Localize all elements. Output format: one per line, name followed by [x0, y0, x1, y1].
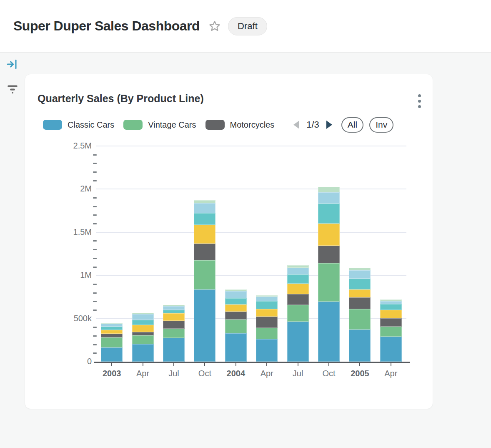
bar-segment[interactable]	[101, 334, 123, 337]
bar-segment[interactable]	[380, 318, 402, 327]
filter-icon	[6, 82, 19, 95]
bar-segment[interactable]	[225, 333, 247, 362]
side-toolbar	[5, 58, 20, 95]
bar-segment[interactable]	[380, 337, 402, 362]
page-title: Super Duper Sales Dashboard	[13, 18, 200, 34]
bar-segment[interactable]	[132, 332, 154, 335]
bar-segment[interactable]	[163, 310, 185, 313]
bar-segment[interactable]	[256, 339, 278, 362]
bar-segment[interactable]	[163, 313, 185, 321]
bar-segment[interactable]	[225, 320, 247, 333]
x-axis-tick	[328, 363, 329, 366]
bar-segment[interactable]	[380, 304, 402, 310]
bar-segment[interactable]	[287, 274, 309, 284]
bar-segment[interactable]	[287, 294, 309, 305]
chart-card: Quarterly Sales (By Product Line) Classi…	[25, 74, 433, 409]
bar-segment[interactable]	[132, 320, 154, 325]
bar-segment[interactable]	[318, 263, 340, 302]
x-axis-tick	[173, 363, 174, 366]
bar-segment[interactable]	[163, 338, 185, 362]
bar-segment[interactable]	[194, 225, 215, 244]
stacked-bar[interactable]	[132, 313, 154, 362]
bar-segment[interactable]	[318, 302, 340, 362]
bar-segment[interactable]	[349, 289, 371, 297]
bar-segment[interactable]	[256, 301, 278, 309]
y-axis-minor-tick	[93, 197, 97, 199]
bar-segment[interactable]	[225, 305, 247, 312]
bar-segment[interactable]	[163, 321, 185, 329]
stacked-bar[interactable]	[225, 289, 247, 362]
bar-segment[interactable]	[287, 322, 309, 362]
x-axis-tick	[266, 363, 267, 366]
stacked-bar[interactable]	[163, 305, 185, 362]
stacked-bar[interactable]	[194, 200, 215, 362]
bar-segment[interactable]	[256, 297, 278, 301]
bar-segment[interactable]	[318, 204, 340, 224]
y-axis-minor-tick	[93, 310, 97, 311]
bar-segment[interactable]	[318, 224, 340, 246]
bar-segment[interactable]	[287, 268, 309, 274]
bar-segment[interactable]	[225, 291, 247, 298]
bar-segment[interactable]	[256, 328, 278, 339]
stacked-bar[interactable]	[256, 295, 278, 362]
collapse-panel-button[interactable]	[6, 58, 19, 71]
bar-segment[interactable]	[101, 330, 123, 334]
bar-segment[interactable]	[349, 330, 371, 362]
y-axis-label: 1M	[25, 270, 92, 280]
chart: 2.5M2M1.5M1M500k02003AprJulOct2004AprJul…	[25, 74, 433, 409]
y-axis-minor-tick	[93, 301, 97, 302]
gridline	[96, 189, 406, 189]
bar-segment[interactable]	[287, 305, 309, 322]
bar-segment[interactable]	[349, 279, 371, 289]
y-axis-minor-tick	[93, 206, 97, 207]
bar-segment[interactable]	[380, 301, 402, 304]
bar-segment[interactable]	[163, 306, 185, 310]
bar-segment[interactable]	[194, 260, 215, 289]
y-axis-minor-tick	[93, 240, 97, 242]
y-axis-minor-tick	[93, 258, 97, 259]
y-axis-label: 2.5M	[25, 141, 92, 151]
y-axis-label: 0	[25, 357, 92, 366]
bar-segment[interactable]	[132, 335, 154, 344]
y-axis-label: 1.5M	[25, 227, 92, 237]
bar-segment[interactable]	[349, 309, 371, 330]
bar-segment[interactable]	[132, 325, 154, 332]
stacked-bar[interactable]	[318, 187, 340, 362]
stacked-bar[interactable]	[101, 323, 123, 362]
x-axis-line	[94, 362, 410, 363]
filter-button[interactable]	[6, 82, 19, 95]
bar-segment[interactable]	[318, 246, 340, 263]
page-header: Super Duper Sales Dashboard Draft	[0, 0, 491, 53]
bar-segment[interactable]	[256, 309, 278, 317]
bar-segment[interactable]	[101, 327, 123, 330]
bar-segment[interactable]	[318, 187, 340, 192]
bar-segment[interactable]	[132, 344, 154, 362]
gridline	[96, 146, 406, 146]
bar-segment[interactable]	[101, 347, 123, 362]
bar-segment[interactable]	[194, 289, 215, 362]
x-axis-tick	[204, 363, 205, 366]
bar-segment[interactable]	[132, 314, 154, 320]
bar-segment[interactable]	[380, 327, 402, 337]
bar-segment[interactable]	[380, 310, 402, 318]
stacked-bar[interactable]	[349, 268, 371, 362]
bar-segment[interactable]	[101, 324, 123, 327]
stacked-bar[interactable]	[380, 300, 402, 362]
bar-segment[interactable]	[256, 317, 278, 328]
bar-segment[interactable]	[287, 284, 309, 294]
bar-segment[interactable]	[101, 337, 123, 347]
bar-segment[interactable]	[225, 298, 247, 305]
x-axis-tick	[111, 363, 112, 366]
bar-segment[interactable]	[349, 297, 371, 309]
bar-segment[interactable]	[194, 244, 215, 260]
bar-segment[interactable]	[194, 203, 215, 213]
bar-segment[interactable]	[163, 329, 185, 338]
bar-segment[interactable]	[349, 270, 371, 279]
stacked-bar[interactable]	[287, 265, 309, 362]
bar-segment[interactable]	[225, 312, 247, 320]
bar-segment[interactable]	[318, 192, 340, 204]
bar-segment[interactable]	[194, 213, 215, 225]
favorite-star-icon[interactable]	[208, 20, 221, 33]
bar-segment[interactable]	[194, 200, 215, 203]
y-axis-minor-tick	[93, 171, 97, 173]
